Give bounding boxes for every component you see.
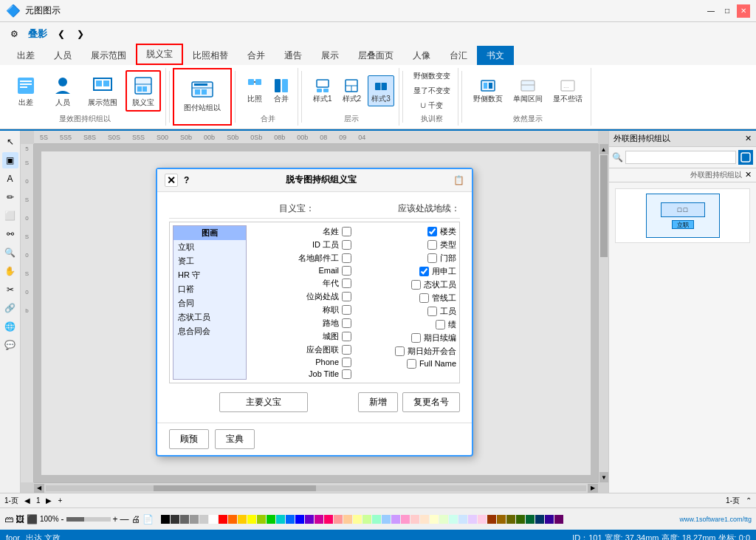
color-swatch[interactable] xyxy=(497,515,506,524)
cb-gongyuan-input[interactable] xyxy=(427,307,437,316)
color-swatch[interactable] xyxy=(391,515,400,524)
settings-quick-btn[interactable]: ⚙ xyxy=(6,26,22,42)
renyuan-ribbon-btn[interactable]: 人员 xyxy=(46,71,80,111)
cb-jobtitle-input[interactable] xyxy=(342,369,351,379)
tool-globe[interactable]: 🌐 xyxy=(2,318,18,335)
search-icon-btn[interactable] xyxy=(738,150,753,165)
tab-renxiang[interactable]: 人像 xyxy=(403,46,440,65)
color-swatch[interactable] xyxy=(171,515,179,524)
color-swatch[interactable] xyxy=(276,515,285,524)
minimize-button[interactable]: — xyxy=(704,4,718,18)
color-swatch[interactable] xyxy=(247,515,256,524)
add-button[interactable]: 新增 xyxy=(358,392,398,412)
cb-yongshen-input[interactable] xyxy=(419,267,429,276)
cb-loulei-input[interactable] xyxy=(427,227,437,236)
tool-draw[interactable]: ✏ xyxy=(2,189,18,205)
tab-tuoyibao[interactable]: 脱义宝 xyxy=(136,44,183,65)
color-swatch[interactable] xyxy=(161,515,170,524)
tab-bijiao[interactable]: 比照相替 xyxy=(183,46,238,65)
color-swatch[interactable] xyxy=(468,515,477,524)
color-swatch[interactable] xyxy=(324,515,333,524)
tool-connect[interactable]: ⚯ xyxy=(2,226,18,242)
cb-guanxian-input[interactable] xyxy=(419,293,429,303)
zhanshi-ribbon-btn[interactable]: 展示范围 xyxy=(83,71,123,111)
color-swatch[interactable] xyxy=(315,515,323,524)
cb-niandai-input[interactable] xyxy=(342,278,351,288)
page-nav-left[interactable]: ◀ xyxy=(24,496,30,505)
zoom-minus[interactable]: - xyxy=(61,514,64,524)
page-expand[interactable]: ⌃ xyxy=(746,496,752,505)
cb-ludi-input[interactable] xyxy=(342,318,351,328)
cb-mingxing-input[interactable] xyxy=(342,227,351,236)
rename-button[interactable]: 复更名号 xyxy=(402,392,460,412)
layout2-btn[interactable]: 样式2 xyxy=(339,75,365,106)
tool-comment[interactable]: 💬 xyxy=(2,337,18,353)
color-swatch[interactable] xyxy=(257,515,266,524)
cb-leixing-input[interactable] xyxy=(427,240,437,250)
cb-email-input[interactable] xyxy=(342,266,351,276)
tool-shape[interactable]: ⬜ xyxy=(2,208,18,224)
zoom-plus[interactable]: + xyxy=(113,514,118,524)
window-close-button[interactable]: ✕ xyxy=(737,4,750,18)
display3-btn[interactable]: ··· 显不些话 xyxy=(549,75,586,106)
cb-chenzhi-input[interactable] xyxy=(342,305,351,315)
var3-btn[interactable]: ∪ 千变 xyxy=(410,99,453,112)
color-swatch[interactable] xyxy=(295,515,304,524)
maximize-button[interactable]: □ xyxy=(721,4,734,18)
tab-taihui[interactable]: 台汇 xyxy=(440,46,477,65)
color-swatch[interactable] xyxy=(458,515,467,524)
cancel-button[interactable]: 宝典 xyxy=(215,429,255,449)
cb-yinghui-input[interactable] xyxy=(342,345,351,355)
tab-zhanshi2[interactable]: 展示 xyxy=(312,46,348,65)
tool-arrow[interactable]: ↖ xyxy=(2,134,18,150)
color-swatch[interactable] xyxy=(190,515,199,524)
bijiao-btn[interactable]: 比照 xyxy=(243,75,267,106)
color-swatch[interactable] xyxy=(267,515,275,524)
color-swatch[interactable] xyxy=(506,515,515,524)
color-swatch[interactable] xyxy=(362,515,371,524)
cb-fullname-input[interactable] xyxy=(407,359,416,369)
tuoyibao-ribbon-btn[interactable]: 脱义宝 xyxy=(126,70,161,112)
cb-phone-input[interactable] xyxy=(342,358,351,367)
cb-mingdiyoujiangong-input[interactable] xyxy=(342,253,351,263)
tab-shuwen[interactable]: 书文 xyxy=(477,46,514,65)
color-swatch[interactable] xyxy=(286,515,295,524)
color-swatch[interactable] xyxy=(439,515,448,524)
color-swatch[interactable] xyxy=(430,515,439,524)
display1-btn[interactable]: 野侧数页 xyxy=(470,75,506,106)
tab-hebing[interactable]: 合并 xyxy=(238,46,275,65)
preview-button[interactable]: 顾预 xyxy=(169,429,209,449)
color-swatch[interactable] xyxy=(305,515,314,524)
color-swatch[interactable] xyxy=(372,515,381,524)
tab-tonggao[interactable]: 通告 xyxy=(275,46,312,65)
tool-hand[interactable]: ✋ xyxy=(2,263,18,279)
tool-text[interactable]: A xyxy=(2,171,18,187)
color-swatch[interactable] xyxy=(353,515,362,524)
zoom-slider[interactable] xyxy=(66,517,111,522)
color-swatch[interactable] xyxy=(199,515,208,524)
color-swatch[interactable] xyxy=(228,515,237,524)
color-swatch[interactable] xyxy=(401,515,410,524)
tab-chudai[interactable]: 出差 xyxy=(7,46,44,65)
cb-chengtu-input[interactable] xyxy=(342,332,351,341)
search-input[interactable] xyxy=(625,151,736,164)
color-swatch[interactable] xyxy=(343,515,352,524)
back-quick-btn[interactable]: ❮ xyxy=(53,26,69,42)
color-swatch[interactable] xyxy=(420,515,429,524)
color-swatch[interactable] xyxy=(449,515,458,524)
forward-quick-btn[interactable]: ❯ xyxy=(72,26,89,42)
shape-item-org[interactable]: □ □ 立职 xyxy=(615,188,750,243)
zhuyao-yibao-button[interactable]: 主要义宝 xyxy=(219,392,308,412)
dialog-help-icon[interactable]: ? xyxy=(184,175,189,185)
layout3-btn[interactable]: 样式3 xyxy=(368,75,394,106)
color-swatch[interactable] xyxy=(180,515,189,524)
page-add[interactable]: + xyxy=(58,496,62,505)
cb-kaishi-input[interactable] xyxy=(395,346,405,356)
tool-zoom[interactable]: 🔍 xyxy=(2,245,18,261)
color-swatch[interactable] xyxy=(209,515,218,524)
right-panel-sub-close[interactable]: ✕ xyxy=(745,170,752,180)
color-swatch[interactable] xyxy=(516,515,525,524)
fupai-ribbon-btn[interactable]: 图付站组以 xyxy=(179,76,226,116)
color-swatch[interactable] xyxy=(334,515,343,524)
layout1-btn[interactable]: 样式1 xyxy=(309,75,336,106)
